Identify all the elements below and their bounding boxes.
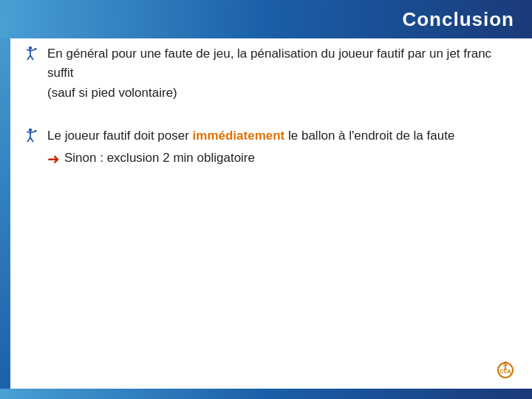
svg-point-4 [35,48,37,50]
arrow-text: Sinon : exclusion 2 min obligatoire [64,149,255,168]
bullet-item-2: Le joueur fautif doit poser immédiatemen… [22,126,517,169]
left-accent-bar [0,0,10,399]
bullet-2-text: Le joueur fautif doit poser immédiatemen… [47,126,454,169]
bullet-2-text-highlight: immédiatement [193,129,285,143]
arrow-line: ➜ Sinon : exclusion 2 min obligatoire [47,149,454,169]
bullet-2-text-before: Le joueur fautif doit poser [47,129,193,143]
player-icon-2 [22,128,38,144]
page-title: Conclusion [402,8,514,31]
cca-logo-icon: CCA [492,359,519,386]
svg-point-16 [504,361,507,364]
svg-point-11 [35,130,37,132]
svg-point-0 [29,47,32,50]
arrow-icon: ➜ [47,149,60,169]
svg-line-3 [30,50,35,51]
svg-line-10 [30,132,35,133]
svg-line-12 [27,137,30,142]
player-icon-1 [22,46,38,62]
bullet-item-1: En général pour une faute de jeu, la pén… [22,44,517,103]
svg-point-7 [29,129,32,132]
svg-line-13 [30,137,33,142]
svg-text:CCA: CCA [499,369,511,374]
main-content: En général pour une faute de jeu, la pén… [22,44,517,377]
bottom-bar [0,389,532,399]
header-bar: Conclusion [0,0,532,38]
bullet-1-text: En général pour une faute de jeu, la pén… [47,44,517,103]
svg-line-5 [27,55,30,60]
bullet-2-text-after: le ballon à l'endroit de la faute [284,129,454,143]
svg-line-6 [30,55,33,60]
logo-area: CCA [492,359,519,386]
